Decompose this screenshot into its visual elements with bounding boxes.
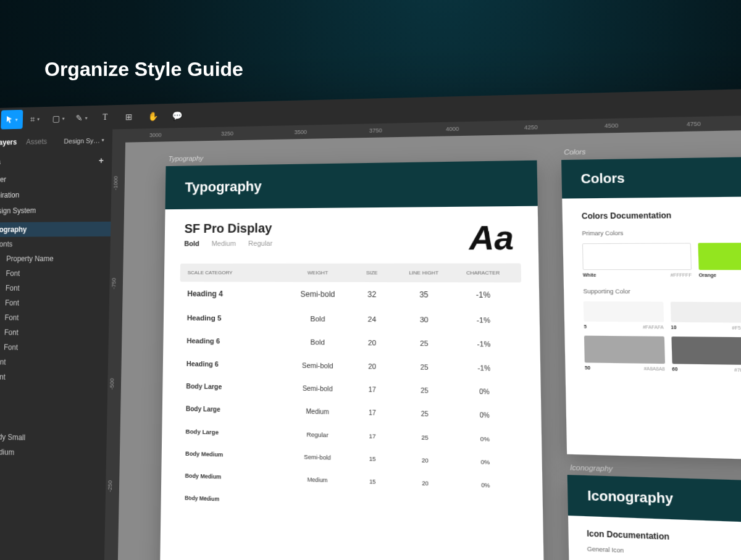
font-weight-label: Medium xyxy=(212,240,236,247)
page-item[interactable]: Design System xyxy=(0,202,111,219)
shape-tool-button[interactable]: ▢▾ xyxy=(47,109,70,128)
font-weight-label: Bold xyxy=(184,240,199,247)
layer-type-icon: ⦀ xyxy=(0,284,1,292)
layer-label: Medium xyxy=(0,448,14,457)
layer-item[interactable]: ⦀Font xyxy=(0,295,109,311)
label: Supporting Color xyxy=(583,288,741,296)
file-dropdown[interactable]: Design Sy… ▾ xyxy=(64,136,104,144)
add-page-button[interactable]: + xyxy=(99,156,104,165)
color-swatch[interactable]: 5#FAFAFA xyxy=(584,301,664,330)
frame-label[interactable]: Colors xyxy=(564,148,585,156)
left-sidebar: ⌕ Layers Assets Design Sy… ▾ Pages + Cov… xyxy=(0,129,112,560)
card-title: Typography xyxy=(165,161,538,209)
section-heading: Colors Documentation xyxy=(582,209,741,221)
frame-tool-button[interactable]: ⌗▾ xyxy=(23,109,46,129)
resources-button[interactable]: ⊞ xyxy=(117,107,140,127)
layer-label: Font xyxy=(6,269,20,278)
layer-label: Font xyxy=(4,313,19,322)
font-family-name: SF Pro Display xyxy=(185,219,517,236)
layer-label: Font xyxy=(0,372,6,381)
label: General Icon xyxy=(587,545,741,560)
move-tool-button[interactable]: ▾ xyxy=(1,110,23,130)
font-sample: Aa xyxy=(469,218,514,257)
color-swatch[interactable]: 10#F5F5F5 xyxy=(670,302,741,330)
label: Primary Colors xyxy=(582,228,741,237)
layer-type-icon: ⦀ xyxy=(0,255,2,263)
table-row: Heading 4Semi-bold3235-1% xyxy=(180,282,522,307)
card-title: Colors xyxy=(561,154,741,198)
page-title: Organize Style Guide xyxy=(44,58,243,81)
layer-item[interactable]: ⦀Font xyxy=(0,354,108,372)
layer-type-icon: ⦀ xyxy=(0,269,1,277)
layer-type-icon: ⦀ xyxy=(0,299,1,307)
layer-item[interactable]: ≡Fonts xyxy=(0,236,111,252)
layer-item[interactable]: ⦀Font xyxy=(0,369,108,387)
iconography-frame[interactable]: Iconography Icon Documentation General I… xyxy=(567,475,741,560)
layer-label: Font xyxy=(6,284,20,293)
frame-label[interactable]: Iconography xyxy=(570,463,613,472)
figma-app-window: ▾ ▾ ⌗▾ ▢▾ ✎▾ T ⊞ ✋ 💬 Dra ⌕ Layers Assets… xyxy=(0,86,741,560)
color-swatch[interactable]: 50#A8A8A8 xyxy=(584,336,665,372)
layer-label: Property Name xyxy=(6,254,54,263)
hand-tool-button[interactable]: ✋ xyxy=(141,106,164,126)
layer-label: Font xyxy=(4,343,18,351)
color-swatch[interactable]: Orange#7FEC11 xyxy=(698,243,741,278)
layer-label: Font xyxy=(5,299,19,307)
layer-label: Font xyxy=(0,357,6,366)
tab-assets[interactable]: Assets xyxy=(26,137,47,146)
layer-item[interactable]: ⦀Font xyxy=(0,340,109,356)
layers-tree: #Typography≡Fonts⦀Property Name⦀Font⦀Fon… xyxy=(0,222,111,494)
tab-layers[interactable]: Layers xyxy=(0,138,17,146)
layer-label: Fonts xyxy=(0,240,12,249)
layer-item[interactable]: ⦀Font xyxy=(0,310,109,326)
text-tool-button[interactable]: T xyxy=(94,107,117,127)
layer-label: Typography xyxy=(0,225,27,234)
canvas[interactable]: -1000-750-500-250 3000325035003750400042… xyxy=(102,112,741,560)
layer-item[interactable]: ⦀Font xyxy=(0,399,107,417)
comment-tool-button[interactable]: 💬 xyxy=(165,106,189,126)
layer-item[interactable]: ⦀Font xyxy=(0,384,107,402)
layer-label: Body Small xyxy=(0,432,25,442)
pages-header: Pages + xyxy=(0,151,112,172)
layer-label: Font xyxy=(4,328,19,336)
pen-tool-button[interactable]: ✎▾ xyxy=(70,108,93,128)
table-header: SCALE CATEGORY WEIGHT SIZE LINE HIGHT CH… xyxy=(180,263,521,282)
layer-item[interactable]: ⦀Font xyxy=(0,266,110,281)
layer-item[interactable]: ⦀Font xyxy=(0,325,109,341)
layer-item[interactable]: ⦀Property Name xyxy=(0,251,111,266)
font-weight-label: Regular xyxy=(248,240,272,247)
table-row: Heading 5Bold2430-1% xyxy=(180,306,522,332)
color-swatch[interactable]: White#FFFFFF xyxy=(582,243,692,277)
page-item[interactable]: Inspiration xyxy=(0,186,112,203)
colors-frame[interactable]: Colors Colors Documentation Primary Colo… xyxy=(561,154,741,465)
layer-item[interactable]: ⦀Font xyxy=(0,281,110,296)
page-item[interactable]: Cover xyxy=(0,170,112,188)
color-swatch[interactable]: 60#767676 xyxy=(671,336,741,373)
frame-label[interactable]: Typography xyxy=(169,154,204,162)
layer-item[interactable]: #Typography xyxy=(0,222,111,237)
